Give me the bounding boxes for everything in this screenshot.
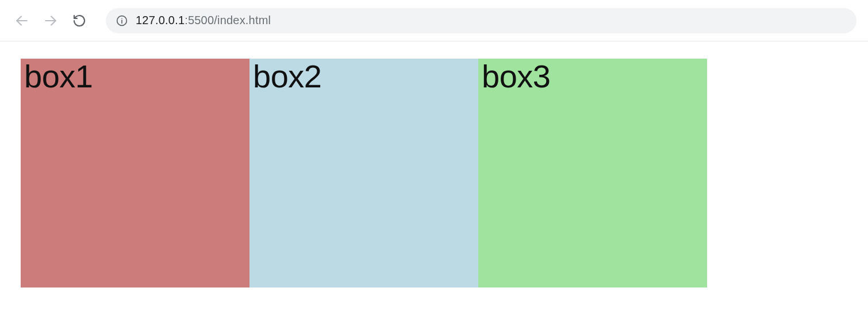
box-3: box3 bbox=[478, 59, 707, 288]
arrow-right-icon bbox=[43, 13, 58, 28]
svg-point-4 bbox=[121, 18, 122, 19]
back-button[interactable] bbox=[11, 10, 32, 31]
box-row: box1 box2 box3 bbox=[21, 59, 868, 288]
address-bar[interactable]: 127.0.0.1:5500/index.html bbox=[106, 8, 857, 33]
reload-button[interactable] bbox=[69, 10, 90, 31]
reload-icon bbox=[72, 14, 86, 28]
url-host: 127.0.0.1 bbox=[136, 14, 185, 26]
info-icon bbox=[116, 15, 128, 26]
page-viewport: box1 box2 box3 bbox=[0, 41, 868, 288]
arrow-left-icon bbox=[14, 13, 29, 28]
forward-button[interactable] bbox=[40, 10, 61, 31]
url-port-path: :5500/index.html bbox=[185, 14, 271, 26]
site-info-button[interactable] bbox=[116, 15, 128, 26]
browser-toolbar: 127.0.0.1:5500/index.html bbox=[0, 0, 868, 41]
box-1: box1 bbox=[21, 59, 249, 288]
url-text: 127.0.0.1:5500/index.html bbox=[136, 14, 271, 27]
box-2: box2 bbox=[249, 59, 478, 288]
